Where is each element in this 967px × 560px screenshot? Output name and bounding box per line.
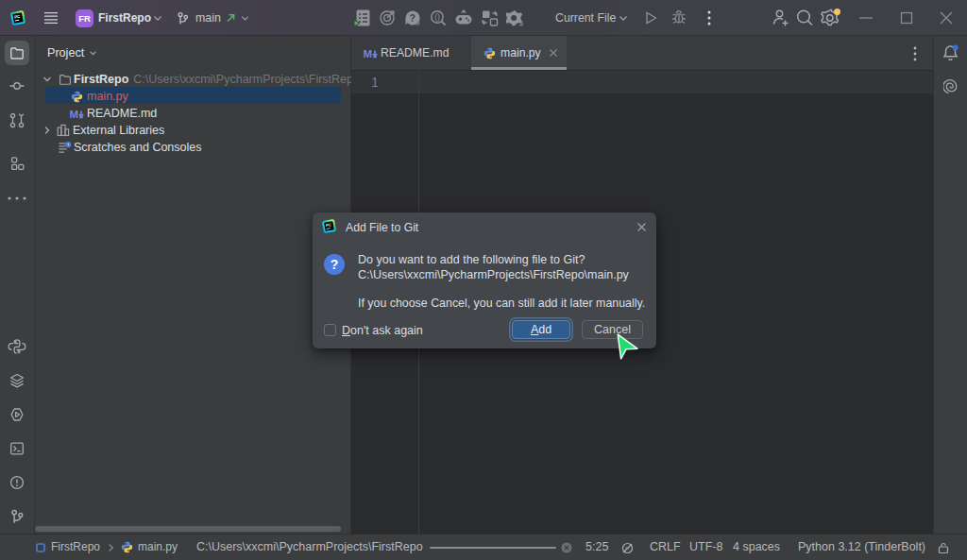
svg-text:PC: PC	[325, 222, 331, 228]
svg-text:?: ?	[410, 12, 416, 24]
svg-text:(): ()	[434, 12, 440, 22]
svg-text:M: M	[70, 109, 78, 120]
svg-text:M: M	[364, 48, 372, 59]
